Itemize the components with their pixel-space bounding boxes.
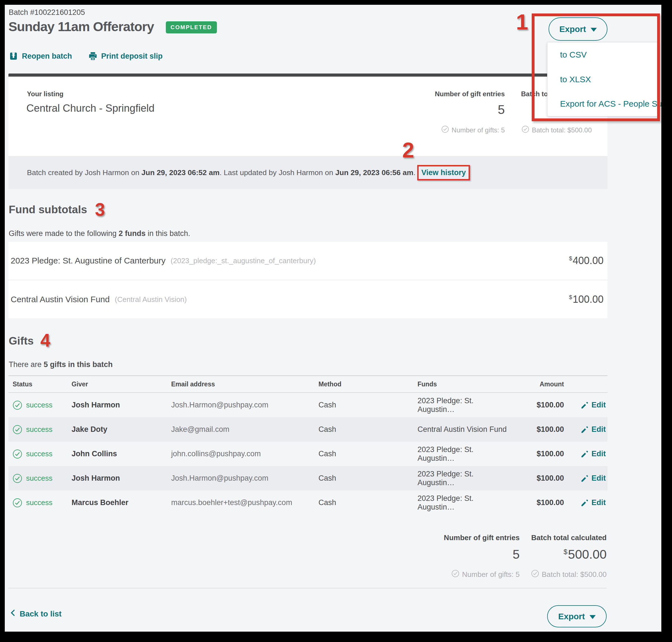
status-label: success	[26, 401, 52, 409]
column-giver: Giver	[72, 381, 171, 388]
gifts-heading: Gifts 4	[9, 335, 50, 349]
check-circle-icon	[441, 126, 449, 135]
status-cell: success	[13, 425, 72, 434]
currency-symbol: $	[569, 255, 572, 261]
success-check-icon	[13, 449, 22, 459]
entries-check: Number of gifts: 5	[415, 126, 505, 135]
success-check-icon	[13, 425, 22, 434]
back-to-list-label: Back to list	[20, 609, 62, 618]
batch-history-strip: Batch created by Josh Harmon on Jun 29, …	[9, 156, 607, 189]
total-check-label: Batch total: $500.00	[532, 126, 592, 134]
check-circle-icon	[531, 569, 539, 579]
print-deposit-slip-button[interactable]: Print deposit slip	[88, 51, 163, 61]
fund-amount: $400.00	[569, 255, 604, 267]
currency-symbol: $	[569, 294, 572, 300]
annotation-step-3: 3	[95, 201, 105, 219]
currency-symbol: $	[564, 548, 568, 555]
chevron-down-icon	[591, 28, 597, 32]
edit-label: Edit	[592, 450, 606, 458]
column-method: Method	[319, 381, 417, 388]
export-menu-item-csv[interactable]: to CSV	[547, 42, 659, 67]
listing-name: Central Church - Springfield	[26, 102, 155, 114]
fund-row: Central Austin Vision Fund (Central Aust…	[9, 281, 607, 318]
edit-button[interactable]: Edit	[564, 450, 607, 458]
history-middle: . Last updated by Josh Harmon on	[219, 168, 335, 177]
giver-cell: Josh Harmon	[72, 401, 171, 409]
email-cell: marcus.boehler+test@pushpay.com	[171, 498, 319, 507]
history-text: Batch created by Josh Harmon on Jun 29, …	[27, 168, 415, 177]
amount-cell: $100.00	[511, 498, 564, 507]
annotation-step-4: 4	[40, 331, 51, 349]
fund-cell: 2023 Pledge: St. Augustin…	[417, 470, 511, 487]
entries-check-label: Number of gifts: 5	[452, 126, 505, 134]
fund-subtotals-title: Fund subtotals	[9, 203, 87, 216]
export-button-top[interactable]: Export	[548, 17, 607, 41]
view-history-link[interactable]: View history	[422, 168, 466, 177]
edit-button[interactable]: Edit	[564, 498, 607, 507]
pencil-icon	[581, 475, 589, 482]
batch-number: Batch #100221601205	[9, 8, 85, 17]
status-label: success	[26, 450, 52, 458]
status-label: success	[26, 498, 52, 507]
email-cell: Josh.Harmon@pushpay.com	[171, 401, 319, 409]
column-funds: Funds	[417, 381, 511, 388]
amount-cell: $100.00	[511, 450, 564, 458]
summary-total-label: Batch total calculated	[489, 534, 607, 542]
giver-cell: Marcus Boehler	[72, 498, 171, 507]
pencil-icon	[581, 426, 589, 434]
success-check-icon	[13, 400, 22, 410]
status-label: success	[26, 474, 52, 483]
fund-cell: Central Austin Vision Fund	[417, 425, 511, 434]
entries-stat: Number of gift entries 5 Number of gifts…	[415, 90, 505, 135]
success-check-icon	[13, 474, 22, 483]
success-check-icon	[13, 498, 22, 508]
reopen-batch-button[interactable]: Reopen batch	[9, 51, 72, 61]
view-history-annotation-box: 2 View history	[417, 165, 470, 180]
column-amount: Amount	[511, 381, 564, 388]
gifts-count: There are 5 gifts in this batch	[9, 360, 113, 369]
history-suffix: .	[413, 168, 415, 177]
edit-button[interactable]: Edit	[564, 425, 607, 434]
card-body: Your listing Central Church - Springfiel…	[9, 77, 607, 156]
header-actions: Reopen batch Print deposit slip	[9, 51, 163, 61]
export-menu-item-xlsx[interactable]: to XLSX	[547, 67, 659, 92]
edit-button[interactable]: Edit	[564, 474, 607, 483]
status-cell: success	[13, 498, 72, 508]
check-circle-icon	[521, 126, 529, 135]
status-cell: success	[13, 449, 72, 459]
giver-cell: John Collins	[72, 450, 171, 458]
annotation-step-1: 1	[516, 11, 528, 33]
export-button-bottom[interactable]: Export	[547, 605, 607, 627]
print-deposit-slip-label: Print deposit slip	[101, 52, 163, 61]
fund-amount-value: 100.00	[573, 294, 604, 305]
entries-value: 5	[415, 102, 505, 117]
summary-total-check-label: Batch total: $500.00	[542, 570, 607, 579]
card-top-bar	[9, 74, 607, 77]
pencil-icon	[581, 401, 589, 409]
chevron-down-icon	[590, 615, 596, 619]
fund-cell: 2023 Pledge: St. Augustin…	[417, 494, 511, 512]
pencil-icon	[581, 499, 589, 507]
history-updated-date: Jun 29, 2023 06:56 am	[335, 168, 413, 177]
fund-row: 2023 Pledge: St. Augustine of Canterbury…	[9, 242, 607, 280]
summary-total-value: $500.00	[489, 547, 607, 562]
gifts-table: Status Giver Email address Method Funds …	[9, 375, 607, 515]
fund-cell: 2023 Pledge: St. Augustin…	[417, 397, 511, 414]
footer-divider	[9, 588, 607, 588]
desc-prefix: Gifts were made to the following	[9, 229, 119, 237]
export-menu-item-acs[interactable]: Export for ACS - People Suite	[547, 91, 659, 116]
back-to-list-link[interactable]: Back to list	[10, 608, 62, 619]
listing-summary-card: Your listing Central Church - Springfiel…	[9, 74, 607, 189]
method-cell: Cash	[319, 425, 417, 434]
entries-label: Number of gift entries	[415, 90, 505, 98]
status-label: success	[26, 425, 52, 434]
annotation-step-2: 2	[402, 140, 414, 161]
fund-cell: 2023 Pledge: St. Augustin…	[417, 445, 511, 463]
giver-cell: Josh Harmon	[72, 474, 171, 483]
gifts-title: Gifts	[9, 335, 34, 347]
fund-subtotals-heading: Fund subtotals 3	[9, 203, 105, 219]
status-cell: success	[13, 474, 72, 483]
listing-label: Your listing	[27, 90, 63, 98]
table-row: success John Collins john.collins@pushpa…	[9, 442, 607, 466]
edit-button[interactable]: Edit	[564, 401, 607, 409]
